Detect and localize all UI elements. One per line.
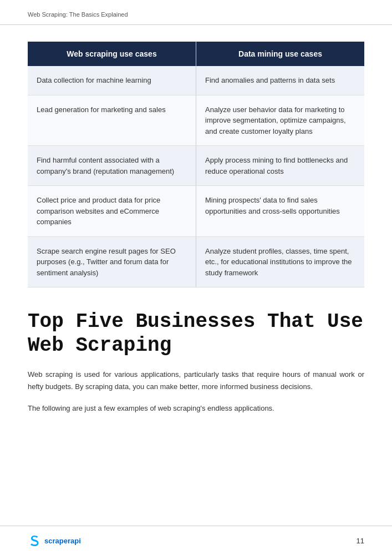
table-cell-row4-col1: Scrape search engine result pages for SE… <box>28 236 196 287</box>
scraperapi-logo-icon <box>28 534 41 547</box>
table-row: Find harmful content associated with a c… <box>28 146 364 186</box>
table-cell-row0-col1: Data collection for machine learning <box>28 66 196 95</box>
table-cell-row0-col2: Find anomalies and patterns in data sets <box>196 66 365 95</box>
table-row: Scrape search engine result pages for SE… <box>28 236 364 287</box>
table-cell-row4-col2: Analyze student profiles, classes, time … <box>196 236 365 287</box>
footer-page-number: 11 <box>357 537 364 545</box>
section-heading: Top Five Businesses That Use Web Scrapin… <box>28 310 364 357</box>
main-content: Web scraping use cases Data mining use c… <box>0 25 392 435</box>
page-header: Web Scraping: The Basics Explained <box>0 0 392 25</box>
table-cell-row2-col1: Find harmful content associated with a c… <box>28 146 196 186</box>
comparison-table: Web scraping use cases Data mining use c… <box>28 42 364 287</box>
table-cell-row3-col1: Collect price and product data for price… <box>28 186 196 237</box>
table-row: Lead generation for marketing and salesA… <box>28 95 364 146</box>
section-body-2: The following are just a few examples of… <box>28 402 364 415</box>
footer-logo: scraperapi <box>28 534 81 547</box>
header-title: Web Scraping: The Basics Explained <box>28 11 128 18</box>
table-cell-row1-col2: Analyze user behavior data for marketing… <box>196 95 365 146</box>
table-cell-row3-col2: Mining prospects' data to find sales opp… <box>196 186 365 237</box>
table-header-col1: Web scraping use cases <box>28 42 196 66</box>
table-header-col2: Data mining use cases <box>196 42 365 66</box>
table-row: Data collection for machine learningFind… <box>28 66 364 95</box>
table-cell-row1-col1: Lead generation for marketing and sales <box>28 95 196 146</box>
page-container: Web Scraping: The Basics Explained Web s… <box>0 0 392 555</box>
page-footer: scraperapi 11 <box>0 526 392 555</box>
table-row: Collect price and product data for price… <box>28 186 364 237</box>
section-body-1: Web scraping is used for various applica… <box>28 369 364 393</box>
footer-logo-text: scraperapi <box>44 537 81 545</box>
table-cell-row2-col2: Apply process mining to find bottlenecks… <box>196 146 365 186</box>
